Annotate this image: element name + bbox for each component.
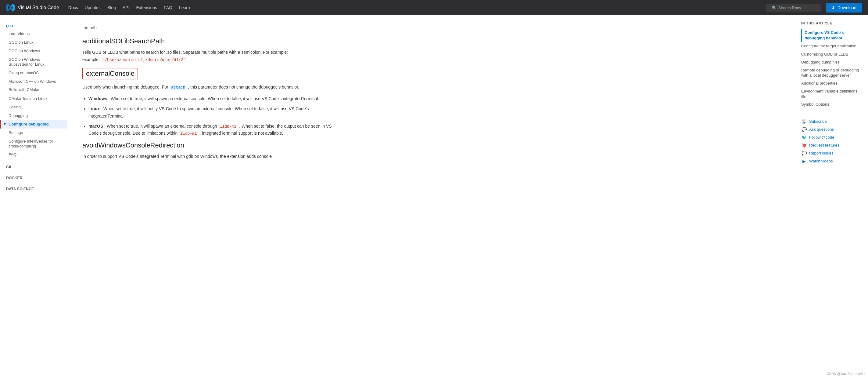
logo-text: Visual Studio Code xyxy=(18,5,59,10)
nav-blog[interactable]: Blog xyxy=(107,4,116,11)
sidebar-item-gcc-wsl[interactable]: GCC on Windows Subsystem for Linux xyxy=(0,56,67,69)
sidebar-item-editing[interactable]: Editing xyxy=(0,103,67,112)
main-content: the pdb. additionalSOLibSearchPath Tells… xyxy=(67,15,348,378)
bullet-list: Windows : When set to true, it will spaw… xyxy=(88,95,333,137)
bullet-macos: macOS : When set to true, it will spawn … xyxy=(88,123,333,137)
left-sidebar: C++ Intro Videos GCC on Linux GCC on Win… xyxy=(0,15,67,378)
github-icon: 🐙 xyxy=(801,143,807,148)
page-layout: C++ Intro Videos GCC on Linux GCC on Win… xyxy=(0,15,868,378)
toc-item-debugging-behavior[interactable]: Configure VS Code's debugging behavior xyxy=(801,29,862,42)
toc-item-additional-props[interactable]: Additional properties xyxy=(801,79,862,87)
section1-body-example-label: example: xyxy=(82,57,101,62)
toc-item-env-vars[interactable]: Environment variable definitions file xyxy=(801,87,862,100)
community-subscribe[interactable]: 📡 Subscribe xyxy=(801,118,862,125)
bullet-linux-text: : When set to true, it will notify VS Co… xyxy=(88,106,309,118)
section1-body-text: Tells GDB or LLDB what paths to search f… xyxy=(82,50,288,55)
community-request-features[interactable]: 🐙 Request features xyxy=(801,141,862,149)
footer-watermark: CSDN @JackSparrow414 xyxy=(827,372,866,376)
bullet-windows: Windows : When set to true, it will spaw… xyxy=(88,95,333,102)
community-request-label: Request features xyxy=(809,143,839,147)
community-report-issues[interactable]: 💭 Report issues xyxy=(801,149,862,157)
sidebar-item-intro-videos[interactable]: Intro Videos xyxy=(0,30,67,38)
nav-docs[interactable]: Docs xyxy=(68,4,78,11)
search-placeholder: Search Docs xyxy=(778,5,801,10)
bullet-windows-text: : When set to true, it will spawn an ext… xyxy=(108,96,319,101)
sidebar-item-intellisense[interactable]: Configure IntelliSense for cross-compili… xyxy=(0,137,67,151)
sidebar-section-datascience: DATA SCIENCE xyxy=(0,184,67,192)
toc-title: IN THIS ARTICLE xyxy=(801,21,862,25)
section1-code-example: "/Users/user/dir1;/Users/user/dir2" xyxy=(101,57,187,63)
sidebar-section-cpp: C++ xyxy=(0,21,67,30)
toc-item-customize-gdb[interactable]: Customizing GDB or LLDB xyxy=(801,50,862,58)
bullet-linux: Linux : When set to true, it will notify… xyxy=(88,105,333,119)
community-subscribe-label: Subscribe xyxy=(809,119,827,124)
sidebar-section-csharp: C# xyxy=(0,163,67,170)
bullet-macos-code2: lldb-mi xyxy=(179,131,198,136)
site-logo[interactable]: Visual Studio Code xyxy=(6,3,59,12)
sidebar-item-gcc-linux[interactable]: GCC on Linux xyxy=(0,38,67,47)
community-report-label: Report issues xyxy=(809,151,833,155)
bullet-macos-label: macOS xyxy=(88,124,103,128)
download-button[interactable]: ⬇ Download xyxy=(826,3,862,12)
nav-extensions[interactable]: Extensions xyxy=(136,4,157,11)
community-follow-label: Follow @code xyxy=(809,135,834,140)
toc-item-debugging-behavior-label: Configure VS Code's debugging behavior xyxy=(805,30,844,40)
video-icon: ▶ xyxy=(801,158,807,164)
right-sidebar: IN THIS ARTICLE Configure VS Code's debu… xyxy=(795,15,868,378)
sidebar-item-msvc[interactable]: Microsoft C++ on Windows xyxy=(0,78,67,86)
toc-item-remote-debugging[interactable]: Remote debugging or debugging with a loc… xyxy=(801,66,862,79)
download-icon: ⬇ xyxy=(831,5,835,10)
community-ask-questions[interactable]: 💬 Ask questions xyxy=(801,125,862,134)
section1-body: Tells GDB or LLDB what paths to search f… xyxy=(82,49,333,63)
bullet-macos-text3: , integratedTerminal support is not avai… xyxy=(200,131,283,136)
section3-body: In order to support VS Code's Integrated… xyxy=(82,153,333,160)
sidebar-item-gcc-windows[interactable]: GCC on Windows xyxy=(0,47,67,55)
main-nav: Docs Updates Blog API Extensions FAQ Lea… xyxy=(68,4,766,11)
nav-api[interactable]: API xyxy=(123,4,130,11)
bullet-windows-label: Windows xyxy=(88,96,107,101)
download-label: Download xyxy=(837,5,857,10)
sidebar-item-configure-debugging[interactable]: Configure debugging xyxy=(0,120,67,128)
sidebar-item-faq[interactable]: FAQ xyxy=(0,150,67,159)
site-header: Visual Studio Code Docs Updates Blog API… xyxy=(0,0,868,15)
nav-learn[interactable]: Learn xyxy=(179,4,190,11)
community-follow-twitter[interactable]: 🐦 Follow @code xyxy=(801,134,862,141)
nav-faq[interactable]: FAQ xyxy=(164,4,172,11)
search-bar[interactable]: 🔍 Search Docs xyxy=(766,4,821,11)
section-heading-external-console: externalConsole xyxy=(82,68,138,79)
toc-item-symbol-options[interactable]: Symbol Options xyxy=(801,100,862,108)
toc-divider xyxy=(801,113,862,113)
section2-attach-code: attach xyxy=(169,85,187,90)
subscribe-icon: 📡 xyxy=(801,119,807,124)
sidebar-section-docker: DOCKER xyxy=(0,173,67,181)
section1-period: . xyxy=(188,57,190,62)
sidebar-item-cmake[interactable]: Build with CMake xyxy=(0,86,67,94)
prev-text: the pdb. xyxy=(82,24,333,31)
section-heading-additional: additionalSOLibSearchPath xyxy=(82,37,333,45)
ask-questions-icon: 💬 xyxy=(801,127,807,132)
section2-body1: Used only when launching the debuggee. F… xyxy=(82,85,168,89)
toc-item-target-app[interactable]: Configure the target application xyxy=(801,42,862,50)
twitter-icon: 🐦 xyxy=(801,135,807,140)
community-ask-questions-label: Ask questions xyxy=(809,127,834,132)
nav-updates[interactable]: Updates xyxy=(85,4,101,11)
section2-body2: , this parameter does not change the deb… xyxy=(188,85,299,89)
toc-item-dump-files[interactable]: Debugging dump files xyxy=(801,58,862,66)
community-video-label: Watch videos xyxy=(809,159,833,163)
bullet-macos-text: : When set to true, it will spawn an ext… xyxy=(104,124,217,128)
sidebar-item-debugging[interactable]: Debugging xyxy=(0,112,67,120)
section2-intro: Used only when launching the debuggee. F… xyxy=(82,84,333,91)
vscode-logo-icon xyxy=(6,3,14,12)
sidebar-item-settings[interactable]: Settings xyxy=(0,128,67,137)
report-icon: 💭 xyxy=(801,150,807,156)
sidebar-item-cmake-tools[interactable]: CMake Tools on Linux xyxy=(0,94,67,103)
bullet-linux-label: Linux xyxy=(88,106,100,111)
bullet-macos-code1: lldb-mi xyxy=(218,124,238,129)
sidebar-item-clang[interactable]: Clang on macOS xyxy=(0,69,67,77)
section-heading-avoid-redirect: avoidWindowsConsoleRedirection xyxy=(82,141,333,149)
community-watch-videos[interactable]: ▶ Watch videos xyxy=(801,157,862,165)
search-icon: 🔍 xyxy=(772,5,776,10)
